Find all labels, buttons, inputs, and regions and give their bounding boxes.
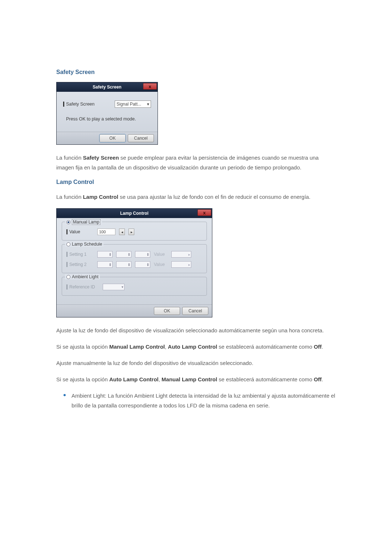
lamp-p2: Si se ajusta la opción Manual Lamp Contr… <box>56 342 336 352</box>
close-button[interactable]: x <box>197 209 211 216</box>
chevron-down-icon: ▾ <box>122 285 123 289</box>
dialog-title: Safety Screen <box>93 85 121 90</box>
radio-icon <box>66 220 70 224</box>
close-button[interactable]: x <box>143 83 157 90</box>
close-icon: x <box>203 210 205 216</box>
lamp-schedule-radio[interactable]: Lamp Schedule <box>65 242 103 247</box>
safety-screen-field-label: Safety Screen <box>63 102 95 107</box>
setting1-ampm-spinner: ▲▼ <box>135 251 150 258</box>
setting1-label: Setting 1 <box>66 252 94 257</box>
manual-lamp-group: Manual Lamp Value 100 ◂ ▸ <box>62 222 207 241</box>
setting1-min-spinner: ▲▼ <box>116 251 131 258</box>
lamp-p4: Si se ajusta la opción Auto Lamp Control… <box>56 374 336 384</box>
lamp-control-heading: Lamp Control <box>56 179 336 185</box>
reference-id-select: ▾ <box>103 284 124 290</box>
dialog-titlebar: Lamp Control x <box>57 209 212 218</box>
ambient-light-group: Ambient Light Reference ID ▾ <box>62 277 207 296</box>
cancel-button[interactable]: Cancel <box>128 134 154 142</box>
reference-id-label: Reference ID <box>66 284 99 290</box>
value-label: Value <box>154 262 168 267</box>
value-input[interactable]: 100 <box>97 229 115 235</box>
safety-screen-heading: Safety Screen <box>56 69 336 75</box>
select-value: Signal Patt... <box>117 102 141 107</box>
manual-lamp-radio[interactable]: Manual Lamp <box>65 219 102 225</box>
value-label: Value <box>66 229 94 234</box>
radio-icon <box>66 242 70 246</box>
lamp-control-intro: La función Lamp Control se usa para ajus… <box>56 192 336 202</box>
group-legend-label: Lamp Schedule <box>72 242 102 247</box>
chevron-down-icon: ▾ <box>147 102 149 107</box>
dialog-titlebar: Safety Screen x <box>57 82 158 92</box>
dialog-title: Lamp Control <box>120 211 148 216</box>
cancel-button[interactable]: Cancel <box>182 307 208 315</box>
group-legend-label: Ambient Light <box>72 274 98 279</box>
ok-button[interactable]: OK <box>99 134 126 142</box>
safety-screen-dialog: Safety Screen x Safety Screen Signal Pat… <box>56 82 158 145</box>
group-legend-label: Manual Lamp <box>72 219 101 225</box>
instruction-text: Press OK to play a selected mode. <box>63 116 151 122</box>
setting1-hour-spinner: ▲▼ <box>97 251 113 258</box>
safety-screen-description: La función Safety Screen se puede emplea… <box>56 153 336 172</box>
lamp-control-dialog: Lamp Control x Manual Lamp Value 100 ◂ ▸… <box>56 208 212 317</box>
radio-icon <box>66 275 70 279</box>
lamp-p3: Ajuste manualmente la luz de fondo del d… <box>56 358 336 368</box>
slider-increase-button[interactable]: ▸ <box>128 229 134 235</box>
ambient-light-bullet: Ambient Light: La función Ambient Light … <box>64 391 336 410</box>
ok-button[interactable]: OK <box>154 307 180 315</box>
close-icon: x <box>148 84 151 89</box>
setting2-label: Setting 2 <box>66 262 94 267</box>
setting2-min-spinner: ▲▼ <box>116 261 131 268</box>
setting1-value-slider: ▸ <box>171 251 191 258</box>
setting2-hour-spinner: ▲▼ <box>97 261 113 268</box>
slider-decrease-button[interactable]: ◂ <box>119 229 125 235</box>
ambient-light-radio[interactable]: Ambient Light <box>65 274 100 279</box>
setting2-value-slider: ▸ <box>171 261 191 268</box>
value-label: Value <box>154 252 168 257</box>
setting2-ampm-spinner: ▲▼ <box>135 261 150 268</box>
lamp-p1: Ajuste la luz de fondo del dispositivo d… <box>56 325 336 335</box>
lamp-schedule-group: Lamp Schedule Setting 1 ▲▼ ▲▼ ▲▼ Value ▸… <box>62 244 207 273</box>
safety-screen-select[interactable]: Signal Patt... ▾ <box>115 100 151 108</box>
